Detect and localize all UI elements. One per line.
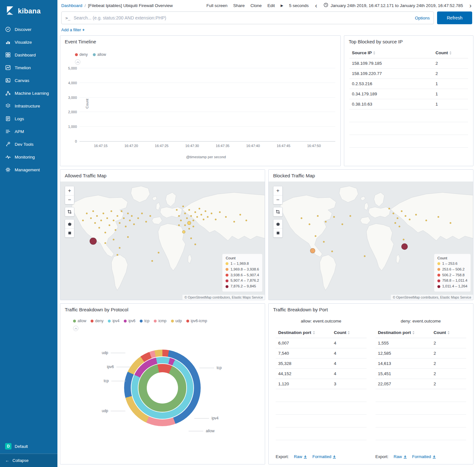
refresh-interval[interactable]: 5 seconds bbox=[289, 3, 309, 8]
map-point[interactable] bbox=[341, 223, 343, 225]
map-point[interactable] bbox=[201, 214, 202, 215]
map-point[interactable] bbox=[215, 219, 217, 220]
zoom-out-button[interactable]: − bbox=[273, 195, 282, 204]
breadcrumb-dashboard-link[interactable]: Dashboard bbox=[61, 3, 82, 8]
map-point[interactable] bbox=[188, 209, 190, 211]
sidebar-item-monitoring[interactable]: Monitoring bbox=[0, 151, 57, 163]
map-point[interactable] bbox=[178, 225, 180, 226]
map-point[interactable] bbox=[105, 242, 106, 244]
draw-polygon-button[interactable] bbox=[65, 219, 74, 228]
map-point[interactable] bbox=[98, 227, 100, 228]
map-point[interactable] bbox=[105, 232, 106, 233]
time-forward-icon[interactable]: › bbox=[469, 3, 472, 8]
space-switcher[interactable]: D Default bbox=[0, 439, 57, 454]
map-point[interactable] bbox=[121, 210, 123, 212]
sidebar-item-timelion[interactable]: Timelion bbox=[0, 61, 57, 74]
map-point[interactable] bbox=[219, 211, 220, 213]
collapse-nav-button[interactable]: ← Collapse bbox=[0, 454, 57, 467]
export-formatted-link[interactable]: Formatted bbox=[412, 454, 436, 459]
blocked-map-canvas[interactable]: + − Count 1 – 253.6253.6 – 506.2506.2 – … bbox=[269, 182, 473, 300]
add-filter-link[interactable]: Add a filter + bbox=[61, 27, 85, 32]
map-point[interactable] bbox=[399, 226, 400, 227]
map-point[interactable] bbox=[240, 214, 241, 215]
map-point[interactable] bbox=[111, 210, 112, 212]
map-point[interactable] bbox=[119, 247, 120, 248]
map-point[interactable] bbox=[198, 208, 200, 210]
map-point[interactable] bbox=[96, 215, 98, 217]
map-point[interactable] bbox=[425, 220, 427, 221]
map-point[interactable] bbox=[113, 220, 114, 221]
legend-collapse-icon[interactable] bbox=[73, 326, 78, 331]
map-point[interactable] bbox=[82, 220, 84, 221]
map-point[interactable] bbox=[225, 216, 227, 218]
map-point[interactable] bbox=[395, 222, 396, 224]
sidebar-item-management[interactable]: Management bbox=[0, 163, 57, 176]
map-point[interactable] bbox=[323, 241, 325, 243]
map-point[interactable] bbox=[389, 208, 390, 210]
legend-item-ipv6[interactable]: ipv6 bbox=[124, 319, 135, 323]
map-point[interactable] bbox=[127, 236, 129, 238]
sidebar-item-machine-learning[interactable]: Machine Learning bbox=[0, 87, 57, 100]
time-back-icon[interactable]: ‹ bbox=[315, 3, 318, 8]
map-cluster-marker[interactable] bbox=[90, 238, 97, 245]
map-point[interactable] bbox=[113, 239, 114, 240]
map-point[interactable] bbox=[403, 239, 405, 240]
column-header[interactable]: Destination port bbox=[276, 327, 331, 338]
map-point[interactable] bbox=[137, 218, 139, 219]
map-point[interactable] bbox=[195, 211, 196, 213]
legend-item-allow[interactable]: allow bbox=[93, 52, 106, 57]
draw-rectangle-button[interactable] bbox=[273, 228, 282, 237]
map-point[interactable] bbox=[145, 221, 147, 223]
map-point[interactable] bbox=[107, 218, 108, 219]
legend-item-icmp[interactable]: icmp bbox=[154, 319, 166, 323]
map-point[interactable] bbox=[397, 218, 398, 219]
map-cluster-marker[interactable] bbox=[401, 243, 408, 250]
map-point[interactable] bbox=[331, 250, 333, 252]
menu-full-screen[interactable]: Full screen bbox=[206, 3, 227, 8]
map-point[interactable] bbox=[203, 219, 204, 220]
zoom-out-button[interactable]: − bbox=[65, 195, 74, 204]
map-point[interactable] bbox=[197, 216, 198, 218]
sidebar-item-dashboard[interactable]: Dashboard bbox=[0, 48, 57, 61]
map-point[interactable] bbox=[158, 252, 159, 253]
time-picker[interactable]: January 24th 2019, 16:47:12.171 to Janua… bbox=[324, 3, 463, 8]
map-point[interactable] bbox=[333, 216, 335, 218]
map-point[interactable] bbox=[207, 216, 208, 218]
zoom-in-button[interactable]: + bbox=[65, 186, 74, 195]
legend-item-deny[interactable]: deny bbox=[75, 52, 88, 57]
map-point[interactable] bbox=[325, 221, 327, 223]
export-raw-link[interactable]: Raw bbox=[294, 454, 307, 459]
map-point[interactable] bbox=[450, 222, 451, 224]
zoom-in-button[interactable]: + bbox=[273, 186, 282, 195]
map-point[interactable] bbox=[125, 226, 127, 227]
map-point[interactable] bbox=[100, 220, 102, 221]
kibana-logo[interactable]: kibana bbox=[0, 0, 57, 23]
map-point[interactable] bbox=[309, 223, 310, 225]
map-point[interactable] bbox=[409, 219, 411, 220]
column-header[interactable]: Count bbox=[431, 327, 466, 338]
map-cluster-marker[interactable] bbox=[182, 230, 185, 234]
map-point[interactable] bbox=[188, 228, 190, 230]
fit-data-bounds-button[interactable] bbox=[65, 207, 74, 216]
export-raw-link[interactable]: Raw bbox=[394, 454, 407, 459]
map-point[interactable] bbox=[150, 215, 151, 217]
map-point[interactable] bbox=[152, 260, 153, 262]
map-point[interactable] bbox=[117, 215, 118, 217]
map-point[interactable] bbox=[180, 220, 182, 221]
map-point[interactable] bbox=[192, 220, 194, 221]
sidebar-item-apm[interactable]: APM bbox=[0, 125, 57, 138]
map-point[interactable] bbox=[364, 255, 366, 257]
map-point[interactable] bbox=[131, 215, 133, 217]
map-point[interactable] bbox=[129, 220, 130, 221]
map-point[interactable] bbox=[123, 218, 124, 219]
map-point[interactable] bbox=[184, 213, 186, 214]
menu-share[interactable]: Share bbox=[233, 3, 245, 8]
search-input[interactable] bbox=[74, 15, 412, 20]
map-point[interactable] bbox=[119, 222, 120, 224]
map-point[interactable] bbox=[315, 235, 316, 237]
fit-data-bounds-button[interactable] bbox=[273, 207, 282, 216]
legend-item-ipv4[interactable]: ipv4 bbox=[108, 319, 119, 323]
map-point[interactable] bbox=[246, 220, 247, 221]
map-point[interactable] bbox=[195, 243, 196, 245]
map-point[interactable] bbox=[127, 213, 129, 214]
